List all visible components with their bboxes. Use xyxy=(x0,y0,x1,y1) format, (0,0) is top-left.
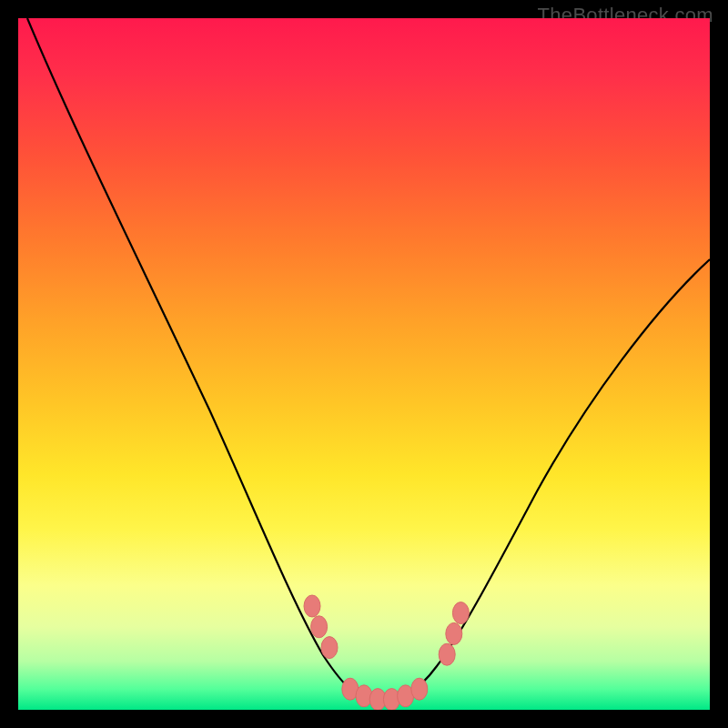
outer-black-frame: TheBottleneck.com xyxy=(0,0,728,728)
curve-marker xyxy=(321,637,338,659)
curve-marker xyxy=(304,595,320,617)
plot-area xyxy=(18,18,710,710)
bottleneck-curve-path xyxy=(27,18,710,701)
bottleneck-curve-svg xyxy=(18,18,710,710)
curve-marker xyxy=(439,643,455,665)
curve-marker xyxy=(411,678,428,700)
curve-marker xyxy=(311,616,328,638)
curve-marker xyxy=(446,622,462,644)
curve-marker xyxy=(452,602,469,624)
marker-group xyxy=(304,595,469,710)
